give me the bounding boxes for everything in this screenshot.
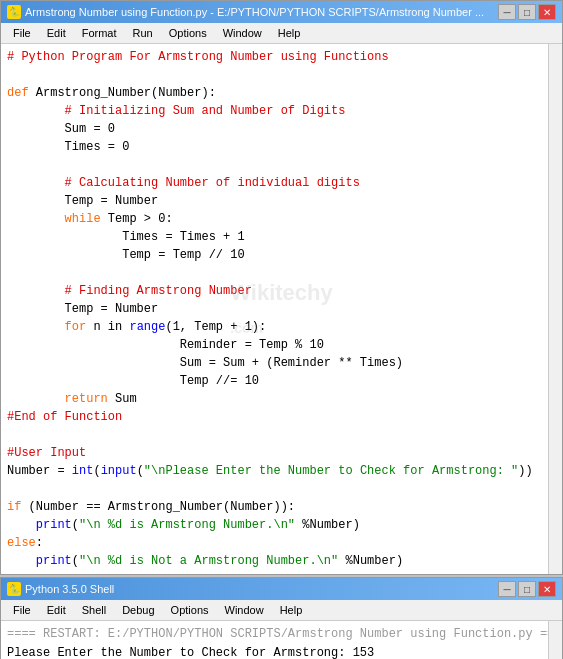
code-line-10: while Temp > 0: [7,210,556,228]
code-line-24: Number = int(input("\nPlease Enter the N… [7,462,556,480]
shell-menu-shell[interactable]: Shell [74,602,114,618]
editor-menu-edit[interactable]: Edit [39,25,74,41]
code-line-8: # Calculating Number of individual digit… [7,174,556,192]
code-line-3: def Armstrong_Number(Number): [7,84,556,102]
code-line-2 [7,66,556,84]
shell-maximize-button[interactable]: □ [518,581,536,597]
code-line-1: # Python Program For Armstrong Number us… [7,48,556,66]
shell-title-text: Python 3.5.0 Shell [25,583,114,595]
editor-menu-window[interactable]: Window [215,25,270,41]
editor-menu-help[interactable]: Help [270,25,309,41]
shell-vertical-scrollbar[interactable] [548,621,562,659]
code-line-5: Sum = 0 [7,120,556,138]
editor-window: 🐍 Armstrong Number using Function.py - E… [0,0,563,575]
editor-menu-options[interactable]: Options [161,25,215,41]
shell-title-bar: 🐍 Python 3.5.0 Shell ─ □ ✕ [1,578,562,600]
code-line-27: print("\n %d is Armstrong Number.\n" %Nu… [7,516,556,534]
editor-window-icon: 🐍 [7,5,21,19]
code-line-26: if (Number == Armstrong_Number(Number)): [7,498,556,516]
code-line-20: return Sum [7,390,556,408]
code-line-14: # Finding Armstrong Number [7,282,556,300]
code-line-13 [7,264,556,282]
shell-window-controls[interactable]: ─ □ ✕ [498,581,556,597]
editor-scroll-area: Wikitechy.com # Python Program For Armst… [1,44,562,574]
code-line-28: else: [7,534,556,552]
code-line-17: Reminder = Temp % 10 [7,336,556,354]
code-line-29: print("\n %d is Not a Armstrong Number.\… [7,552,556,570]
code-line-21: #End of Function [7,408,556,426]
editor-menu-file[interactable]: File [5,25,39,41]
editor-window-controls[interactable]: ─ □ ✕ [498,4,556,20]
code-line-4: # Initializing Sum and Number of Digits [7,102,556,120]
shell-output-area[interactable]: Wikitechy.com ==== RESTART: E:/PYTHON/PY… [1,621,562,659]
shell-menu-bar: File Edit Shell Debug Options Window Hel… [1,600,562,621]
editor-code-area[interactable]: Wikitechy.com # Python Program For Armst… [1,44,562,574]
editor-title-text: Armstrong Number using Function.py - E:/… [25,6,484,18]
shell-minimize-button[interactable]: ─ [498,581,516,597]
shell-restart-line-1: ==== RESTART: E:/PYTHON/PYTHON SCRIPTS/A… [7,625,556,644]
code-line-18: Sum = Sum + (Reminder ** Times) [7,354,556,372]
shell-window: 🐍 Python 3.5.0 Shell ─ □ ✕ File Edit She… [0,577,563,659]
shell-window-icon: 🐍 [7,582,21,596]
shell-menu-edit[interactable]: Edit [39,602,74,618]
editor-vertical-scrollbar[interactable] [548,44,562,574]
shell-menu-help[interactable]: Help [272,602,311,618]
code-line-23: #User Input [7,444,556,462]
code-line-9: Temp = Number [7,192,556,210]
code-line-16: for n in range(1, Temp + 1): [7,318,556,336]
shell-close-button[interactable]: ✕ [538,581,556,597]
editor-menu-run[interactable]: Run [125,25,161,41]
code-line-12: Temp = Temp // 10 [7,246,556,264]
code-line-19: Temp //= 10 [7,372,556,390]
code-line-7 [7,156,556,174]
editor-title-bar: 🐍 Armstrong Number using Function.py - E… [1,1,562,23]
code-line-6: Times = 0 [7,138,556,156]
shell-menu-debug[interactable]: Debug [114,602,162,618]
editor-minimize-button[interactable]: ─ [498,4,516,20]
editor-menu-format[interactable]: Format [74,25,125,41]
shell-menu-options[interactable]: Options [163,602,217,618]
code-line-25 [7,480,556,498]
shell-menu-window[interactable]: Window [217,602,272,618]
shell-prompt-line-1: Please Enter the Number to Check for Arm… [7,644,556,659]
editor-close-button[interactable]: ✕ [538,4,556,20]
editor-menu-bar: File Edit Format Run Options Window Help [1,23,562,44]
shell-menu-file[interactable]: File [5,602,39,618]
code-line-15: Temp = Number [7,300,556,318]
code-line-22 [7,426,556,444]
editor-maximize-button[interactable]: □ [518,4,536,20]
code-line-11: Times = Times + 1 [7,228,556,246]
shell-scroll-area: Wikitechy.com ==== RESTART: E:/PYTHON/PY… [1,621,562,659]
